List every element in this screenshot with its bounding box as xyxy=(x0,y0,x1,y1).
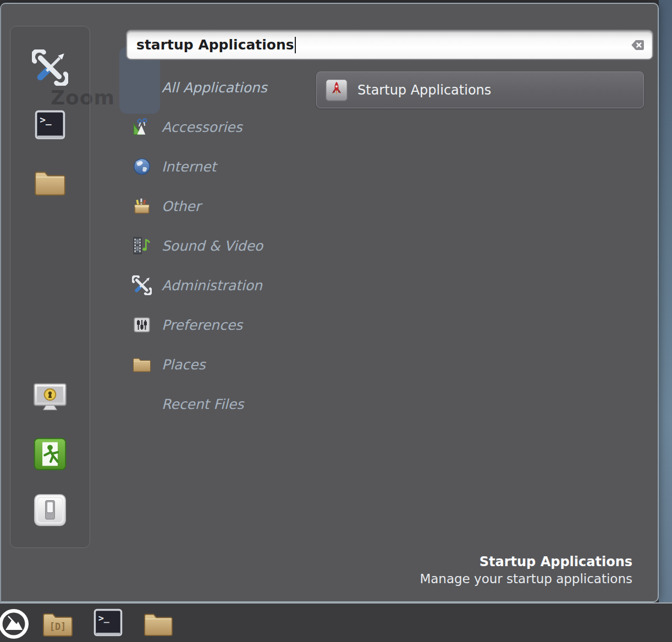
svg-text:>_: >_ xyxy=(98,613,110,623)
lock-screen-icon[interactable] xyxy=(32,381,68,414)
result-startup-applications[interactable]: Startup Applications xyxy=(316,71,644,108)
administration-icon xyxy=(132,276,153,295)
category-list: All Applications Accessories xyxy=(132,68,313,424)
menu-logo-icon[interactable] xyxy=(0,608,30,640)
blank-icon xyxy=(132,78,153,97)
svg-text:>_: >_ xyxy=(40,114,52,125)
clear-search-icon[interactable] xyxy=(626,38,645,52)
category-accessories[interactable]: Accessories xyxy=(132,107,313,147)
menu-sidebar: >_ xyxy=(10,26,90,548)
system-tools-icon[interactable] xyxy=(32,49,68,86)
svg-text:[D]: [D] xyxy=(49,621,67,632)
sound-video-icon xyxy=(132,236,153,255)
places-folder-icon xyxy=(132,355,153,374)
category-other[interactable]: Other xyxy=(132,186,313,226)
internet-globe-icon xyxy=(132,157,153,176)
terminal-icon[interactable]: >_ xyxy=(35,110,65,141)
shutdown-icon[interactable] xyxy=(34,494,67,527)
terminal-icon[interactable]: >_ xyxy=(93,608,123,638)
category-places[interactable]: Places xyxy=(132,345,313,384)
category-internet[interactable]: Internet xyxy=(132,147,313,186)
search-input[interactable]: startup Applications xyxy=(126,30,653,60)
desktop: Zoom >_ xyxy=(0,0,672,642)
toolbox-icon xyxy=(132,197,153,215)
accessories-icon xyxy=(132,118,153,136)
preferences-icon xyxy=(132,316,153,334)
selection-title: Startup Applications xyxy=(420,554,632,571)
folder-d-icon[interactable]: [D] xyxy=(41,610,75,638)
search-value: startup Applications xyxy=(136,37,294,53)
selection-description: Manage your startup applications xyxy=(420,571,632,587)
category-sound-video[interactable]: Sound & Video xyxy=(132,226,313,265)
result-label: Startup Applications xyxy=(357,82,491,98)
logout-icon[interactable] xyxy=(34,438,67,471)
category-all-applications[interactable]: All Applications xyxy=(132,68,313,107)
startup-rocket-icon xyxy=(325,79,348,102)
desktop-background-strip xyxy=(659,0,672,602)
category-administration[interactable]: Administration xyxy=(132,265,313,305)
file-manager-folder-icon[interactable] xyxy=(33,168,67,197)
application-menu-panel: Zoom >_ xyxy=(0,3,659,602)
blank-icon xyxy=(132,395,153,413)
category-preferences[interactable]: Preferences xyxy=(132,305,313,345)
text-caret xyxy=(295,37,296,53)
folder-icon[interactable] xyxy=(142,611,175,637)
selection-info: Startup Applications Manage your startup… xyxy=(420,554,632,587)
taskbar: [D] >_ xyxy=(0,602,672,642)
category-recent-files[interactable]: Recent Files xyxy=(132,384,313,424)
